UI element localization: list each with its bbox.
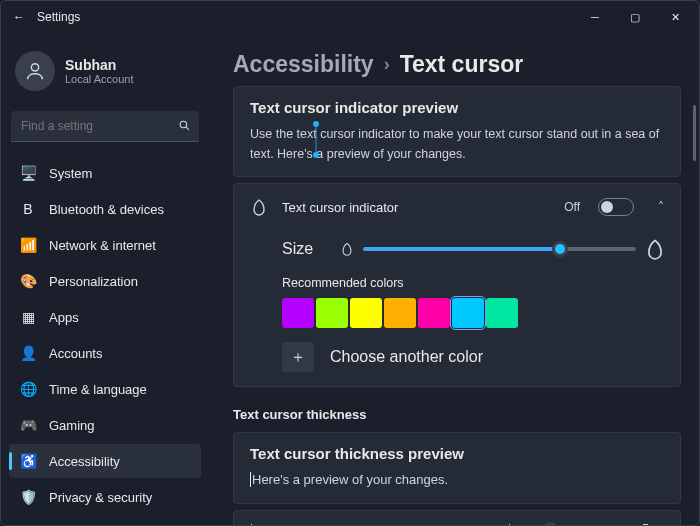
sidebar-item-windows-update[interactable]: 🔄Windows Update bbox=[9, 516, 201, 526]
indicator-preview-title: Text cursor indicator preview bbox=[250, 99, 664, 116]
thickness-thin-icon: Ab bbox=[250, 523, 268, 525]
content-pane: Accessibility › Text cursor Text cursor … bbox=[209, 33, 699, 525]
size-label: Size bbox=[282, 240, 313, 258]
chevron-right-icon: › bbox=[384, 54, 390, 75]
sidebar-item-label: Gaming bbox=[49, 418, 95, 433]
size-min-icon bbox=[341, 242, 353, 256]
sidebar-item-label: Apps bbox=[49, 310, 79, 325]
sidebar-item-network-internet[interactable]: 📶Network & internet bbox=[9, 228, 201, 262]
svg-point-0 bbox=[31, 64, 38, 71]
nav-icon: 🖥️ bbox=[19, 164, 37, 182]
color-swatch[interactable] bbox=[350, 298, 382, 328]
plus-icon[interactable]: ＋ bbox=[282, 342, 314, 372]
color-swatch[interactable] bbox=[452, 298, 484, 328]
nav-icon: B bbox=[19, 200, 37, 218]
thickness-min-icon: Ab bbox=[509, 523, 526, 525]
window-title: Settings bbox=[33, 10, 80, 24]
back-button[interactable]: ← bbox=[5, 10, 33, 24]
size-max-icon bbox=[646, 238, 664, 260]
indicator-toggle[interactable] bbox=[598, 198, 634, 216]
indicator-toggle-label: Text cursor indicator bbox=[282, 200, 398, 215]
nav-icon: ▦ bbox=[19, 308, 37, 326]
breadcrumb-leaf: Text cursor bbox=[400, 51, 524, 78]
sidebar-item-gaming[interactable]: 🎮Gaming bbox=[9, 408, 201, 442]
search-container bbox=[11, 111, 199, 142]
choose-color-row[interactable]: ＋ Choose another color bbox=[282, 342, 664, 372]
thickness-slider-card: Ab Text cursor thickness Ab Ab bbox=[233, 510, 681, 525]
sidebar-item-time-language[interactable]: 🌐Time & language bbox=[9, 372, 201, 406]
nav-icon: 🌐 bbox=[19, 380, 37, 398]
color-swatch[interactable] bbox=[316, 298, 348, 328]
sidebar-item-personalization[interactable]: 🎨Personalization bbox=[9, 264, 201, 298]
chevron-up-icon[interactable]: ˄ bbox=[658, 200, 664, 214]
sidebar-item-label: Network & internet bbox=[49, 238, 156, 253]
thickness-label: Text cursor thickness bbox=[282, 523, 403, 525]
sidebar-item-system[interactable]: 🖥️System bbox=[9, 156, 201, 190]
breadcrumb: Accessibility › Text cursor bbox=[209, 33, 699, 86]
indicator-settings-card: Text cursor indicator Off ˄ Size bbox=[233, 183, 681, 387]
scrollbar-thumb[interactable] bbox=[693, 105, 696, 161]
titlebar: ← Settings ─ ▢ ✕ bbox=[1, 1, 699, 33]
profile-subtitle: Local Account bbox=[65, 73, 134, 85]
minimize-button[interactable]: ─ bbox=[575, 3, 615, 31]
sidebar-item-label: Time & language bbox=[49, 382, 147, 397]
nav-icon: 🎨 bbox=[19, 272, 37, 290]
sidebar-item-label: Accounts bbox=[49, 346, 102, 361]
sidebar-item-accessibility[interactable]: ♿Accessibility bbox=[9, 444, 201, 478]
sidebar-item-bluetooth-devices[interactable]: BBluetooth & devices bbox=[9, 192, 201, 226]
indicator-preview-text: Use the text cursor indicator to make yo… bbox=[250, 124, 664, 164]
search-input[interactable] bbox=[11, 111, 199, 142]
nav-icon: 🎮 bbox=[19, 416, 37, 434]
thickness-preview-card: Text cursor thickness preview Here's a p… bbox=[233, 432, 681, 504]
sidebar-item-label: Accessibility bbox=[49, 454, 120, 469]
indicator-toggle-state: Off bbox=[564, 200, 580, 214]
maximize-button[interactable]: ▢ bbox=[615, 3, 655, 31]
cursor-indicator-bottom-icon bbox=[313, 152, 319, 158]
nav-icon: 🛡️ bbox=[19, 488, 37, 506]
recommended-colors-label: Recommended colors bbox=[234, 274, 680, 298]
sidebar: Subhan Local Account 🖥️SystemBBluetooth … bbox=[1, 33, 209, 525]
sidebar-item-label: System bbox=[49, 166, 92, 181]
cursor-indicator-icon bbox=[250, 198, 268, 216]
thickness-heading: Text cursor thickness bbox=[233, 393, 681, 432]
thickness-preview-text: Here's a preview of your changes. bbox=[250, 470, 664, 491]
nav-icon: 📶 bbox=[19, 236, 37, 254]
close-button[interactable]: ✕ bbox=[655, 3, 695, 31]
sidebar-item-accounts[interactable]: 👤Accounts bbox=[9, 336, 201, 370]
sidebar-item-apps[interactable]: ▦Apps bbox=[9, 300, 201, 334]
sidebar-item-label: Bluetooth & devices bbox=[49, 202, 164, 217]
svg-line-2 bbox=[186, 127, 189, 130]
svg-point-1 bbox=[180, 121, 187, 128]
size-slider[interactable] bbox=[363, 247, 636, 251]
sidebar-item-label: Privacy & security bbox=[49, 490, 152, 505]
thickness-row: Ab Text cursor thickness Ab Ab bbox=[234, 511, 680, 525]
cursor-indicator-line-icon bbox=[315, 126, 317, 152]
profile-name: Subhan bbox=[65, 57, 134, 73]
indicator-preview-card: Text cursor indicator preview Use the te… bbox=[233, 86, 681, 177]
thickness-max-icon: Ab bbox=[643, 523, 664, 525]
search-icon bbox=[178, 119, 191, 135]
avatar bbox=[15, 51, 55, 91]
nav-list: 🖥️SystemBBluetooth & devices📶Network & i… bbox=[9, 156, 201, 526]
color-swatch[interactable] bbox=[418, 298, 450, 328]
color-swatch-row bbox=[234, 298, 680, 342]
nav-icon: ♿ bbox=[19, 452, 37, 470]
choose-color-label: Choose another color bbox=[330, 348, 483, 366]
color-swatch[interactable] bbox=[486, 298, 518, 328]
size-row: Size bbox=[234, 230, 680, 274]
indicator-toggle-row[interactable]: Text cursor indicator Off ˄ bbox=[234, 184, 680, 230]
nav-icon: 👤 bbox=[19, 344, 37, 362]
sidebar-item-label: Personalization bbox=[49, 274, 138, 289]
profile-block[interactable]: Subhan Local Account bbox=[9, 41, 201, 107]
size-slider-group bbox=[341, 238, 664, 260]
breadcrumb-root[interactable]: Accessibility bbox=[233, 51, 374, 78]
color-swatch[interactable] bbox=[384, 298, 416, 328]
sidebar-item-privacy-security[interactable]: 🛡️Privacy & security bbox=[9, 480, 201, 514]
color-swatch[interactable] bbox=[282, 298, 314, 328]
thickness-preview-title: Text cursor thickness preview bbox=[250, 445, 664, 462]
